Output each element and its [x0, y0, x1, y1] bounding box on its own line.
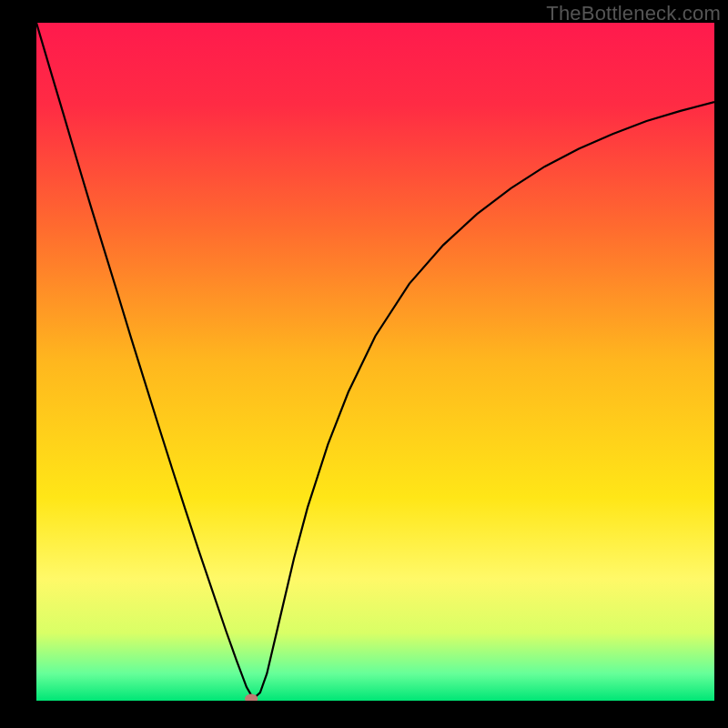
bottleneck-curve-chart [36, 23, 714, 701]
watermark-text: TheBottleneck.com [546, 2, 721, 25]
chart-container: TheBottleneck.com [0, 0, 728, 728]
plot-area [36, 23, 714, 701]
